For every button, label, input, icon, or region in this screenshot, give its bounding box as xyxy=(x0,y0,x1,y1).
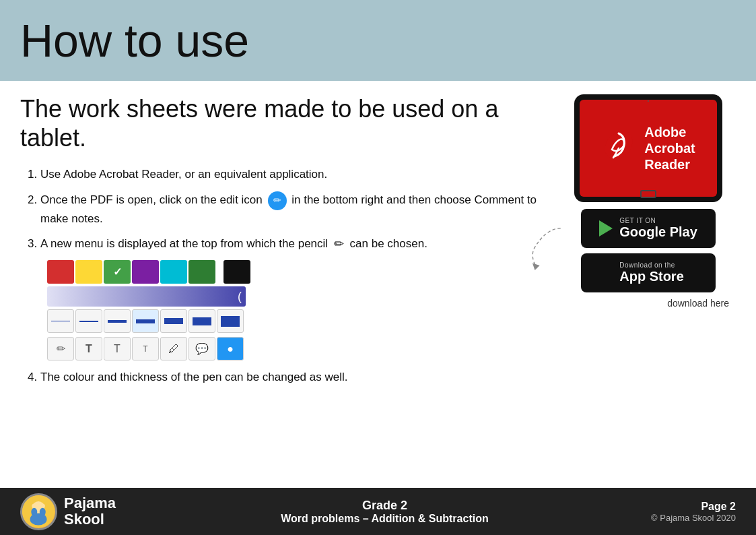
thickness-7[interactable] xyxy=(217,309,244,333)
footer-subject: Word problems – Addition & Subtraction xyxy=(281,513,488,525)
thickness-4[interactable] xyxy=(132,309,159,333)
thickness-6[interactable] xyxy=(188,309,215,333)
page-title: How to use xyxy=(20,14,249,67)
adobe-line1: Adobe xyxy=(644,124,695,140)
footer-copyright: © Pajama Skool 2020 xyxy=(615,513,736,523)
color-green[interactable] xyxy=(104,260,131,284)
adobe-text-block: Adobe Acrobat Reader xyxy=(644,124,695,172)
thickness-1[interactable] xyxy=(47,309,74,333)
subtitle: The work sheets were made to be used on … xyxy=(20,94,547,152)
google-play-button[interactable]: GET IT ON Google Play xyxy=(581,209,716,248)
line-thick-2 xyxy=(164,318,183,324)
footer: Pajama Skool Grade 2 Word problems – Add… xyxy=(0,488,756,535)
color-yellow[interactable] xyxy=(75,260,102,284)
toolbar-icons-row: ✏ T T T 🖊 💬 ● xyxy=(47,337,547,360)
line-thick-1 xyxy=(136,319,155,323)
acrobat-logo-icon xyxy=(601,128,636,168)
tool-comment[interactable]: 💬 xyxy=(188,337,215,360)
right-column: Adobe Acrobat Reader GET IT ON Google Pl… xyxy=(561,94,736,394)
color-swatches-row xyxy=(47,260,547,284)
logo-svg xyxy=(22,493,55,530)
svg-point-4 xyxy=(32,503,36,508)
app-store-text: Download on the App Store xyxy=(619,261,684,284)
color-cyan[interactable] xyxy=(160,260,187,284)
line-thin-2 xyxy=(79,321,98,322)
thickness-3[interactable] xyxy=(104,309,131,333)
instruction-4: The colour and thickness of the pen can … xyxy=(40,369,547,386)
edit-icon: ✏ xyxy=(268,191,287,210)
left-column: The work sheets were made to be used on … xyxy=(20,94,547,394)
svg-point-6 xyxy=(31,507,37,515)
tool-text-3[interactable]: T xyxy=(132,337,159,360)
app-store-button[interactable]: Download on the App Store xyxy=(581,253,716,292)
google-play-label-big: Google Play xyxy=(619,224,697,240)
footer-brand: Pajama Skool xyxy=(64,495,116,528)
tool-text-1[interactable]: T xyxy=(75,337,102,360)
line-thick-4 xyxy=(221,316,240,327)
play-triangle-icon xyxy=(599,220,613,237)
svg-marker-0 xyxy=(532,263,540,270)
footer-logo-area: Pajama Skool xyxy=(20,493,155,530)
header-band: How to use xyxy=(0,0,756,81)
instruction-2: Once the PDF is open, click on the edit … xyxy=(40,191,547,228)
main-content: The work sheets were made to be used on … xyxy=(0,81,756,401)
tool-pencil[interactable]: ✏ xyxy=(47,337,74,360)
instruction-2-text: Once the PDF is open, click on the edit … xyxy=(40,193,537,225)
color-red[interactable] xyxy=(47,260,74,284)
google-play-label-small: GET IT ON xyxy=(619,217,697,224)
footer-page: Page 2 xyxy=(615,501,736,513)
app-store-label-small: Download on the xyxy=(619,261,684,269)
line-thick-3 xyxy=(193,317,211,325)
instructions-list: Use Adobe Acrobat Reader, or an equivale… xyxy=(20,166,547,386)
footer-grade: Grade 2 xyxy=(362,499,407,513)
thickness-5[interactable] xyxy=(160,309,187,333)
thickness-row xyxy=(47,309,547,333)
color-black[interactable] xyxy=(224,260,250,284)
instruction-3: A new menu is displayed at the top from … xyxy=(40,235,547,360)
instruction-1: Use Adobe Acrobat Reader, or an equivale… xyxy=(40,166,547,183)
download-here-text: download here xyxy=(667,298,729,309)
footer-center: Grade 2 Word problems – Addition & Subtr… xyxy=(155,499,615,525)
tool-text-2[interactable]: T xyxy=(104,337,131,360)
instruction-4-text: The colour and thickness of the pen can … xyxy=(40,371,347,383)
svg-point-7 xyxy=(40,507,46,515)
color-darkgreen[interactable] xyxy=(188,260,215,284)
adobe-line2: Acrobat xyxy=(644,140,695,156)
color-palette-mockup: ✏ T T T 🖊 💬 ● xyxy=(47,260,547,360)
app-store-label-big: App Store xyxy=(619,269,684,284)
dashed-arrow-icon xyxy=(527,222,564,276)
tool-dot[interactable]: ● xyxy=(217,337,244,360)
instruction-3-text: A new menu is displayed at the top from … xyxy=(40,237,427,250)
opacity-slider[interactable] xyxy=(47,286,246,307)
thickness-2[interactable] xyxy=(75,309,102,333)
tablet-screen: Adobe Acrobat Reader xyxy=(580,100,717,197)
footer-right: Page 2 © Pajama Skool 2020 xyxy=(615,501,736,523)
line-thin-1 xyxy=(51,321,70,321)
line-medium xyxy=(108,320,127,323)
store-buttons-area: GET IT ON Google Play Download on the Ap… xyxy=(561,209,736,309)
instruction-1-text: Use Adobe Acrobat Reader, or an equivale… xyxy=(40,168,327,181)
brand-line1: Pajama xyxy=(64,495,116,511)
google-play-text: GET IT ON Google Play xyxy=(619,217,697,240)
pencil-icon: ✏ xyxy=(334,235,344,253)
brand-line2: Skool xyxy=(64,511,116,528)
tablet-mockup: Adobe Acrobat Reader xyxy=(574,94,722,202)
pajama-skool-logo xyxy=(20,493,57,530)
adobe-line3: Reader xyxy=(644,156,695,172)
tool-highlight[interactable]: 🖊 xyxy=(160,337,187,360)
svg-point-5 xyxy=(40,503,45,508)
color-purple[interactable] xyxy=(132,260,159,284)
